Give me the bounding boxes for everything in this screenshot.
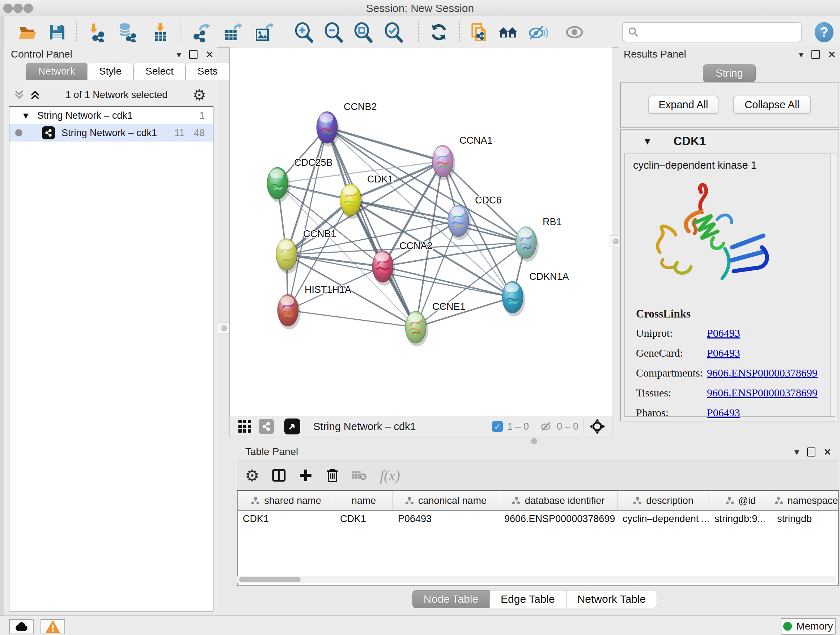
results-scrollbar[interactable] xyxy=(830,154,836,416)
new-network-from-selection-button[interactable] xyxy=(467,21,490,44)
network-options-gear-icon[interactable]: ⚙ xyxy=(193,86,206,104)
network-node-HIST1H1A[interactable] xyxy=(278,295,301,329)
table-cell[interactable]: P06493 xyxy=(393,511,499,527)
network-edge-CCNA2-CDKN1A[interactable] xyxy=(383,266,513,297)
show-columns-icon[interactable] xyxy=(265,468,292,483)
tab-style[interactable]: Style xyxy=(87,63,134,80)
import-table-from-file-button[interactable] xyxy=(149,21,172,44)
expand-all-button[interactable]: Expand All xyxy=(648,96,718,114)
crosslink-link[interactable]: P06493 xyxy=(707,407,740,419)
table-cell[interactable]: 9606.ENSP00000378699 xyxy=(499,511,617,527)
network-node-CCNA2[interactable] xyxy=(372,250,395,286)
memory-button[interactable]: Memory xyxy=(781,618,836,635)
table-cell[interactable]: stringdb:9... xyxy=(709,511,772,527)
collapse-all-button[interactable]: Collapse All xyxy=(733,96,811,114)
network-collection-row[interactable]: ▼ String Network – cdk1 1 xyxy=(9,107,213,124)
column-header--id[interactable]: @id xyxy=(709,491,772,510)
tab-edge-table[interactable]: Edge Table xyxy=(489,590,566,608)
tab-network[interactable]: Network xyxy=(26,63,87,80)
node-entry-header[interactable]: ▼ CDK1 xyxy=(621,130,838,153)
eye-disabled-button[interactable] xyxy=(563,21,586,44)
zoom-selected-button[interactable] xyxy=(382,21,405,44)
table-cell[interactable]: stringdb xyxy=(772,511,840,527)
network-edge-CCNB2-CCNA1[interactable] xyxy=(327,127,443,161)
scrollbar-thumb[interactable] xyxy=(239,577,301,582)
crosslink-link[interactable]: P06493 xyxy=(707,327,740,339)
collapse-all-icon[interactable] xyxy=(14,89,25,100)
cloud-button[interactable] xyxy=(9,619,34,634)
add-column-icon[interactable] xyxy=(292,468,319,483)
table-cell[interactable]: CDK1 xyxy=(335,511,393,527)
panel-close-icon[interactable]: ✕ xyxy=(823,448,832,456)
table-settings-gear-icon[interactable]: ⚙ xyxy=(239,466,265,485)
table-cell[interactable]: CDK1 xyxy=(238,511,335,527)
delete-table-icon[interactable] xyxy=(346,469,373,481)
column-header-description[interactable]: description xyxy=(617,491,709,510)
function-builder-icon[interactable]: f(x) xyxy=(373,467,407,484)
export-network-button[interactable] xyxy=(189,21,212,44)
show-hide-button[interactable] xyxy=(526,21,549,44)
network-node-CCNE1[interactable] xyxy=(405,311,428,347)
column-header-shared-name[interactable]: shared name xyxy=(238,491,335,510)
table-cell[interactable]: cyclin–dependent ... xyxy=(617,511,709,527)
search-input[interactable] xyxy=(643,27,798,38)
tab-network-table[interactable]: Network Table xyxy=(566,590,657,608)
warnings-button[interactable] xyxy=(41,619,65,634)
tab-string[interactable]: String xyxy=(703,65,756,82)
network-node-CCNB2[interactable] xyxy=(317,111,340,147)
tab-sets[interactable]: Sets xyxy=(186,63,230,80)
network-row-selected[interactable]: String Network – cdk1 11 48 xyxy=(9,124,213,141)
panel-float-icon[interactable] xyxy=(812,50,820,59)
entry-collapse-icon[interactable]: ▼ xyxy=(645,137,650,146)
column-header-namespace[interactable]: namespace xyxy=(772,491,840,510)
network-edge-CCNB2-RB1[interactable] xyxy=(327,127,526,242)
panel-close-icon[interactable]: ✕ xyxy=(828,51,836,58)
import-network-from-file-button[interactable] xyxy=(86,21,109,44)
tab-node-table[interactable]: Node Table xyxy=(412,590,489,608)
crosslink-link[interactable]: 9606.ENSP00000378699 xyxy=(707,367,818,379)
column-header-database-identifier[interactable]: database identifier xyxy=(499,491,617,510)
panel-menu-icon[interactable]: ▼ xyxy=(177,51,181,58)
network-view-icon[interactable] xyxy=(259,419,274,434)
panel-float-icon[interactable] xyxy=(189,50,197,59)
network-node-CCNB1[interactable] xyxy=(276,239,299,274)
pan-crosshair-icon[interactable] xyxy=(589,418,606,435)
delete-column-icon[interactable] xyxy=(319,468,346,483)
export-image-button[interactable] xyxy=(252,21,275,44)
crosslink-link[interactable]: P06493 xyxy=(707,347,740,359)
first-neighbors-button[interactable] xyxy=(496,21,519,44)
grid-view-icon[interactable] xyxy=(238,419,252,434)
open-session-button[interactable] xyxy=(16,21,39,44)
network-edge-CCNB1-CCNA2[interactable] xyxy=(286,255,383,266)
panel-close-icon[interactable]: ✕ xyxy=(205,51,214,58)
zoom-fit-button[interactable] xyxy=(352,21,375,44)
expand-all-icon[interactable] xyxy=(30,89,41,100)
network-edge-CCNB2-HIST1H1A[interactable] xyxy=(288,127,327,310)
birds-eye-view-icon[interactable] xyxy=(284,418,300,434)
selected-checkbox-icon[interactable]: ✓ xyxy=(492,421,503,432)
zoom-out-button[interactable] xyxy=(322,21,345,44)
network-edge-HIST1H1A-CCNE1[interactable] xyxy=(288,310,416,327)
search-box[interactable] xyxy=(622,22,802,42)
export-table-button[interactable] xyxy=(221,21,244,44)
panel-float-icon[interactable] xyxy=(807,448,815,456)
panel-menu-icon[interactable]: ▼ xyxy=(799,51,804,58)
help-button[interactable]: ? xyxy=(813,21,836,44)
left-splitter-handle[interactable] xyxy=(218,322,229,334)
save-session-button[interactable] xyxy=(46,21,69,44)
tab-select[interactable]: Select xyxy=(134,63,186,80)
zoom-in-button[interactable] xyxy=(292,21,316,44)
network-node-CDKN1A[interactable] xyxy=(502,281,525,317)
network-node-RB1[interactable] xyxy=(515,226,538,262)
apply-layout-button[interactable] xyxy=(427,21,450,44)
crosslink-link[interactable]: 9606.ENSP00000378699 xyxy=(707,386,818,399)
network-canvas[interactable]: CCNB2CCNA1CDC25BCDK1CDC6RB1CCNB1CCNA2CDK… xyxy=(229,47,612,416)
import-network-from-database-button[interactable] xyxy=(115,21,139,44)
panel-menu-icon[interactable]: ▼ xyxy=(794,448,799,456)
network-edge-CCNB2-CCNE1[interactable] xyxy=(327,127,416,327)
column-header-canonical-name[interactable]: canonical name xyxy=(393,491,499,510)
column-header-name[interactable]: name xyxy=(335,491,393,510)
collection-expand-icon[interactable]: ▼ xyxy=(23,111,28,119)
table-horizontal-scrollbar[interactable] xyxy=(237,576,836,583)
horizontal-splitter-handle[interactable] xyxy=(531,438,537,444)
